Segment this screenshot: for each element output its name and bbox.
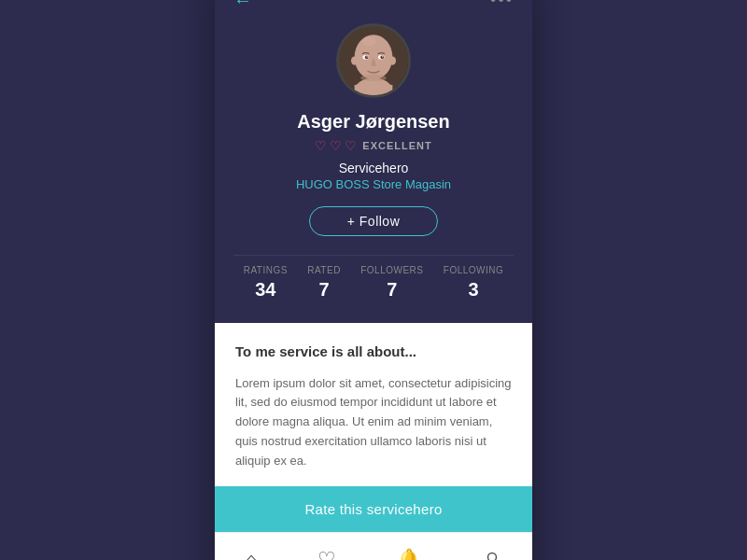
svg-point-12 bbox=[389, 56, 396, 64]
svg-point-9 bbox=[366, 56, 367, 57]
top-navigation: ← ••• bbox=[233, 0, 514, 10]
bottom-navigation: ⌂ ♡ 🔔 bbox=[215, 532, 532, 561]
svg-point-11 bbox=[351, 56, 358, 64]
more-options-button[interactable]: ••• bbox=[490, 0, 514, 10]
heart-3: ♡ bbox=[345, 138, 357, 153]
nav-home[interactable]: ⌂ bbox=[230, 544, 272, 561]
role-label: Servicehero bbox=[339, 161, 409, 175]
stat-following: FOLLOWING 3 bbox=[444, 265, 504, 301]
stat-value-following: 3 bbox=[469, 279, 479, 301]
card-bottom-section: To me service is all about... Lorem ipsu… bbox=[215, 323, 532, 532]
nav-profile[interactable] bbox=[467, 546, 517, 561]
service-heading: To me service is all about... bbox=[235, 343, 512, 359]
heart-icons: ♡ ♡ ♡ bbox=[315, 138, 357, 153]
avatar-image bbox=[339, 26, 408, 95]
svg-point-10 bbox=[382, 56, 383, 57]
heart-nav-icon: ♡ bbox=[317, 548, 336, 561]
follow-button[interactable]: + Follow bbox=[309, 206, 439, 236]
heart-2: ♡ bbox=[330, 138, 342, 153]
svg-rect-2 bbox=[355, 84, 393, 94]
heart-1: ♡ bbox=[315, 138, 327, 153]
home-icon: ⌂ bbox=[245, 548, 257, 561]
profile-card: ← ••• bbox=[215, 0, 532, 560]
rate-button[interactable]: Rate this servicehero bbox=[215, 486, 532, 532]
stat-value-followers: 7 bbox=[387, 279, 397, 301]
stat-label-followers: FOLLOWERS bbox=[360, 265, 423, 275]
stat-label-following: FOLLOWING bbox=[444, 265, 504, 275]
svg-point-8 bbox=[380, 55, 384, 59]
stat-rated: RATED 7 bbox=[307, 265, 341, 301]
card-top-section: ← ••• bbox=[215, 0, 532, 323]
svg-point-7 bbox=[365, 55, 369, 59]
stats-row: RATINGS 34 RATED 7 FOLLOWERS 7 FOLLOWING… bbox=[233, 255, 514, 304]
bell-icon: 🔔 bbox=[396, 548, 421, 561]
rating-row: ♡ ♡ ♡ EXCELLENT bbox=[315, 138, 431, 153]
profile-icon bbox=[482, 550, 502, 561]
avatar bbox=[336, 23, 411, 98]
svg-point-13 bbox=[360, 74, 387, 80]
excellent-label: EXCELLENT bbox=[362, 140, 431, 151]
stat-ratings: RATINGS 34 bbox=[244, 265, 288, 301]
stat-label-rated: RATED bbox=[307, 265, 341, 275]
back-button[interactable]: ← bbox=[233, 0, 252, 9]
stat-value-ratings: 34 bbox=[255, 279, 275, 301]
company-label: HUGO BOSS Store Magasin bbox=[296, 177, 451, 191]
stat-followers: FOLLOWERS 7 bbox=[360, 265, 423, 301]
stat-value-rated: 7 bbox=[318, 279, 329, 301]
user-name: Asger Jørgensen bbox=[297, 111, 449, 133]
svg-point-4 bbox=[362, 37, 376, 46]
nav-notifications[interactable]: 🔔 bbox=[381, 544, 436, 561]
svg-point-14 bbox=[487, 553, 496, 560]
stat-label-ratings: RATINGS bbox=[244, 265, 288, 275]
nav-favorites[interactable]: ♡ bbox=[303, 544, 351, 561]
service-text: Lorem ipsum dolor sit amet, consectetur … bbox=[235, 374, 512, 471]
